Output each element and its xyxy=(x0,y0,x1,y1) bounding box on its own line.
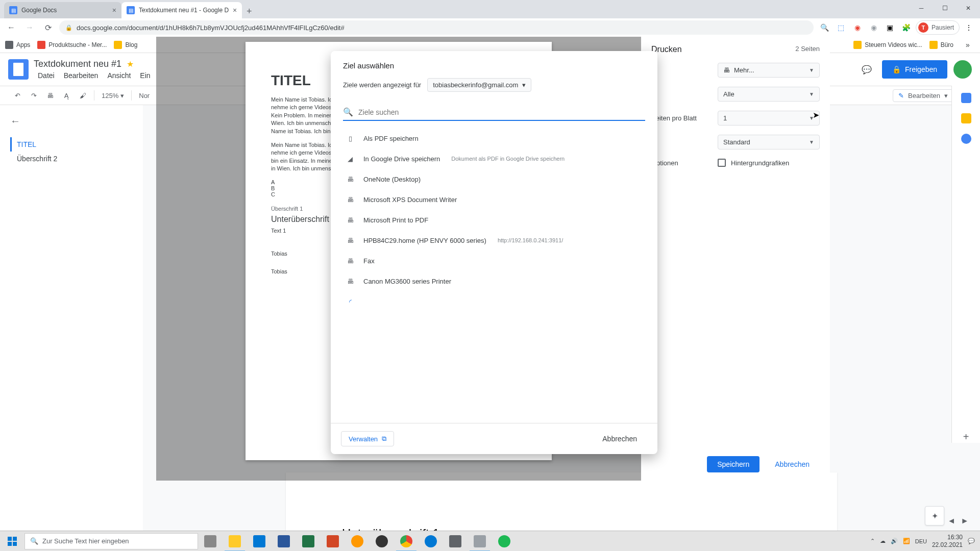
app-button[interactable] xyxy=(247,531,272,552)
zoom-icon[interactable]: 🔍 xyxy=(818,20,832,35)
dest-item-onenote[interactable]: 🖶OneNote (Desktop) xyxy=(343,169,645,189)
external-link-icon: ⧉ xyxy=(382,435,386,443)
dest-item-hp[interactable]: 🖶HPB84C29.home (HP ENVY 6000 series)http… xyxy=(343,230,645,251)
extensions-menu-icon[interactable]: 🧩 xyxy=(899,20,914,35)
tab-google-docs[interactable]: ▤ Google Docs × xyxy=(4,2,121,18)
zoom-select[interactable]: 125%▾ xyxy=(99,92,127,99)
menu-view[interactable]: Ansicht xyxy=(103,70,135,81)
page-2[interactable]: Unterüberschrift 1 Text 1 xyxy=(286,472,837,531)
dest-item-xps[interactable]: 🖶Microsoft XPS Document Writer xyxy=(343,189,645,210)
lang-indicator[interactable]: DEU xyxy=(915,538,927,544)
start-button[interactable] xyxy=(0,531,24,552)
extension-icon[interactable]: ▣ xyxy=(883,20,897,35)
dest-item-print-pdf[interactable]: 🖶Microsoft Print to PDF xyxy=(343,210,645,230)
bookmark-item[interactable]: Blog xyxy=(114,41,137,49)
dest-item-drive[interactable]: ◢In Google Drive speichernDokument als P… xyxy=(343,148,645,169)
spotify-button[interactable] xyxy=(492,531,517,552)
perpage-select[interactable]: 1▼ xyxy=(718,111,820,126)
excel-button[interactable] xyxy=(296,531,321,552)
keep-icon[interactable] xyxy=(961,113,971,123)
prev-page-button[interactable]: ◄ xyxy=(947,516,955,525)
add-icon[interactable]: + xyxy=(963,431,969,443)
reload-button[interactable]: ⟳ xyxy=(41,20,55,35)
url-input[interactable]: 🔒 docs.google.com/document/d/1hUH8k6h7Lb… xyxy=(59,20,814,35)
app-button[interactable] xyxy=(345,531,370,552)
menu-file[interactable]: Datei xyxy=(34,70,59,81)
pages-select[interactable]: Alle▼ xyxy=(718,87,820,102)
app-button[interactable] xyxy=(468,531,492,552)
powerpoint-button[interactable] xyxy=(321,531,345,552)
close-window-button[interactable]: ✕ xyxy=(957,0,980,16)
save-button[interactable]: Speichern xyxy=(707,456,760,472)
menu-edit[interactable]: Bearbeiten xyxy=(60,70,103,81)
obs-button[interactable] xyxy=(370,531,394,552)
print-button[interactable]: 🖶 xyxy=(43,88,57,103)
spellcheck-button[interactable]: Ą xyxy=(59,88,74,103)
bookmark-item[interactable]: Produktsuche - Mer... xyxy=(37,41,107,49)
bg-graphics-checkbox[interactable]: Hintergrundgrafiken xyxy=(718,159,789,167)
volume-icon[interactable]: 🔊 xyxy=(891,538,898,544)
forward-button[interactable]: → xyxy=(22,20,37,35)
search-field[interactable]: 🔍 xyxy=(343,104,645,121)
dest-item-fax[interactable]: 🖶Fax xyxy=(343,251,645,271)
extension-icon[interactable]: ◉ xyxy=(867,20,881,35)
cancel-button[interactable]: Abbrechen xyxy=(765,456,820,472)
next-page-button[interactable]: ► xyxy=(961,516,969,525)
outline-item-ueberschrift2[interactable]: Überschrift 2 xyxy=(10,152,133,166)
wifi-icon[interactable]: 📶 xyxy=(903,538,910,544)
apps-bookmark[interactable]: Apps xyxy=(5,41,30,49)
share-button[interactable]: 🔒 Freigeben xyxy=(882,60,947,79)
docs-logo-icon[interactable] xyxy=(8,59,29,80)
explore-button[interactable]: ✦ xyxy=(925,506,944,525)
qr-icon[interactable]: ⬚ xyxy=(834,20,848,35)
comments-button[interactable]: 💬 xyxy=(857,60,876,79)
extension-icon[interactable]: ◉ xyxy=(850,20,865,35)
new-tab-button[interactable]: + xyxy=(242,4,256,18)
back-button[interactable]: ← xyxy=(4,20,18,35)
close-tab-icon[interactable]: × xyxy=(233,6,237,14)
margins-select[interactable]: Standard▼ xyxy=(718,135,820,149)
drive-icon: ◢ xyxy=(345,154,355,164)
paint-format-button[interactable]: 🖌 xyxy=(76,88,90,103)
menu-insert[interactable]: Ein xyxy=(136,70,154,81)
taskbar-search[interactable]: 🔍 Zur Suche Text hier eingeben xyxy=(24,533,198,549)
tray-chevron-icon[interactable]: ⌃ xyxy=(870,538,875,544)
undo-button[interactable]: ↶ xyxy=(10,88,24,103)
bookmark-item[interactable]: Steuern Videos wic... xyxy=(853,41,922,49)
editing-mode-button[interactable]: ✎ Bearbeiten ▾ xyxy=(893,89,953,102)
edge-button[interactable] xyxy=(419,531,443,552)
chrome-button[interactable] xyxy=(394,531,419,552)
tasks-icon[interactable] xyxy=(961,134,971,144)
search-input[interactable] xyxy=(358,108,645,116)
close-tab-icon[interactable]: × xyxy=(112,6,116,14)
manage-button[interactable]: Verwalten ⧉ xyxy=(341,431,394,446)
clock[interactable]: 16:30 22.02.2021 xyxy=(932,534,963,548)
tab-document[interactable]: ▤ Textdokument neu #1 - Google D × xyxy=(121,2,242,18)
outline-item-titel[interactable]: TITEL xyxy=(10,137,133,152)
bookmarks-overflow-icon[interactable]: » xyxy=(961,38,975,52)
style-select[interactable]: Nor xyxy=(136,92,153,99)
explorer-button[interactable] xyxy=(223,531,247,552)
app-button[interactable] xyxy=(443,531,468,552)
user-avatar[interactable] xyxy=(953,60,972,79)
task-view-button[interactable] xyxy=(198,531,223,552)
minimize-button[interactable]: ─ xyxy=(910,0,933,16)
profile-chip[interactable]: T Pausiert xyxy=(916,20,960,35)
account-select[interactable]: tobiasbeckerinfo@gmail.com ▾ xyxy=(427,78,531,92)
dest-item-pdf[interactable]: ▯Als PDF speichern xyxy=(343,128,645,148)
destination-select[interactable]: 🖶Mehr... ▼ xyxy=(718,63,820,78)
menu-icon[interactable]: ⋮ xyxy=(962,20,976,35)
redo-button[interactable]: ↷ xyxy=(27,88,41,103)
cancel-button[interactable]: Abbrechen xyxy=(592,431,647,447)
calendar-icon[interactable] xyxy=(961,93,971,103)
bookmark-item[interactable]: Büro xyxy=(929,41,953,49)
notifications-icon[interactable]: 💬 xyxy=(968,538,975,544)
onedrive-icon[interactable]: ☁ xyxy=(880,538,886,544)
document-title[interactable]: Textdokument neu #1 xyxy=(34,59,121,69)
star-icon[interactable]: ★ xyxy=(127,59,134,69)
chevron-down-icon: ▼ xyxy=(809,115,814,121)
maximize-button[interactable]: ☐ xyxy=(933,0,957,16)
word-button[interactable] xyxy=(272,531,296,552)
outline-back-button[interactable]: ← xyxy=(10,115,133,127)
dest-item-canon[interactable]: 🖶Canon MG3600 series Printer xyxy=(343,271,645,291)
